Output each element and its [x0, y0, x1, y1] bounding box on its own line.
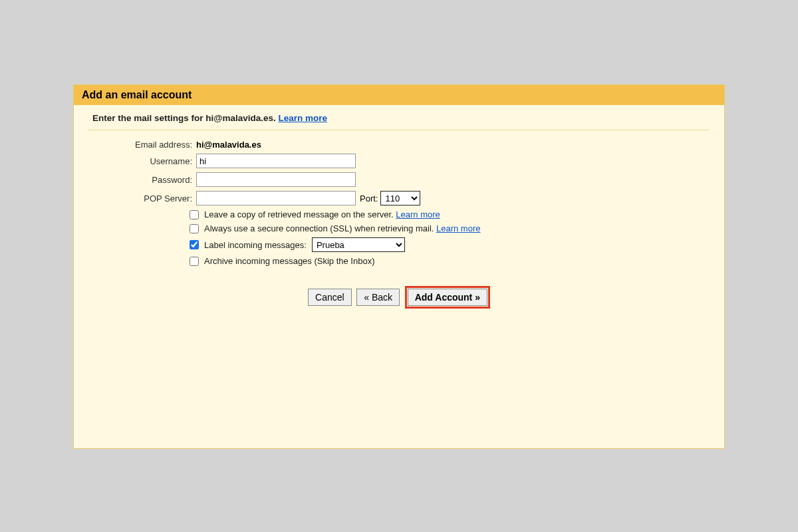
email-value: hi@malavida.es — [196, 140, 261, 150]
email-row: Email address: hi@malavida.es — [88, 140, 710, 150]
option-label-incoming: Label incoming messages: Prueba — [190, 237, 710, 252]
prompt-suffix: . — [273, 113, 279, 123]
options-group: Leave a copy of retrieved message on the… — [190, 209, 710, 266]
pop-server-label: POP Server: — [88, 194, 196, 203]
label-incoming-checkbox[interactable] — [190, 240, 199, 249]
option-ssl: Always use a secure connection (SSL) whe… — [190, 223, 710, 233]
add-account-highlight: Add Account » — [405, 286, 490, 309]
email-label: Email address: — [88, 140, 196, 150]
pop-server-input[interactable] — [196, 191, 356, 205]
add-account-button[interactable]: Add Account » — [408, 289, 487, 306]
password-label: Password: — [88, 175, 196, 185]
label-incoming-select[interactable]: Prueba — [312, 237, 405, 252]
back-button[interactable]: « Back — [356, 289, 400, 306]
ssl-label: Always use a secure connection (SSL) whe… — [204, 223, 480, 233]
label-incoming-text: Label incoming messages: — [204, 240, 307, 250]
option-archive: Archive incoming messages (Skip the Inbo… — [190, 256, 710, 266]
dialog-title: Add an email account — [74, 85, 724, 105]
ssl-checkbox[interactable] — [190, 224, 199, 233]
pop-server-row: POP Server: Port: 110 — [88, 191, 710, 205]
ssl-learn-more-link[interactable]: Learn more — [436, 223, 480, 233]
username-row: Username: — [88, 154, 710, 168]
password-row: Password: — [88, 172, 710, 187]
port-select[interactable]: 110 — [380, 191, 420, 205]
dialog-content: Enter the mail settings for hi@malavida.… — [74, 105, 724, 317]
archive-label: Archive incoming messages (Skip the Inbo… — [204, 256, 375, 266]
cancel-button[interactable]: Cancel — [308, 289, 352, 306]
username-label: Username: — [88, 156, 196, 166]
username-input[interactable] — [196, 154, 356, 168]
leave-copy-checkbox[interactable] — [190, 210, 199, 219]
leave-copy-learn-more-link[interactable]: Learn more — [396, 209, 440, 219]
divider — [88, 130, 710, 130]
button-row: Cancel « Back Add Account » — [88, 286, 710, 309]
leave-copy-label: Leave a copy of retrieved message on the… — [204, 209, 440, 219]
prompt-email: hi@malavida.es — [205, 113, 273, 123]
settings-prompt: Enter the mail settings for hi@malavida.… — [92, 113, 710, 123]
option-leave-copy: Leave a copy of retrieved message on the… — [190, 209, 710, 219]
archive-checkbox[interactable] — [190, 257, 199, 266]
password-input[interactable] — [196, 172, 356, 187]
port-label: Port: — [360, 194, 378, 203]
add-email-account-dialog: Add an email account Enter the mail sett… — [73, 84, 725, 449]
learn-more-link[interactable]: Learn more — [279, 113, 328, 123]
prompt-prefix: Enter the mail settings for — [92, 113, 205, 123]
